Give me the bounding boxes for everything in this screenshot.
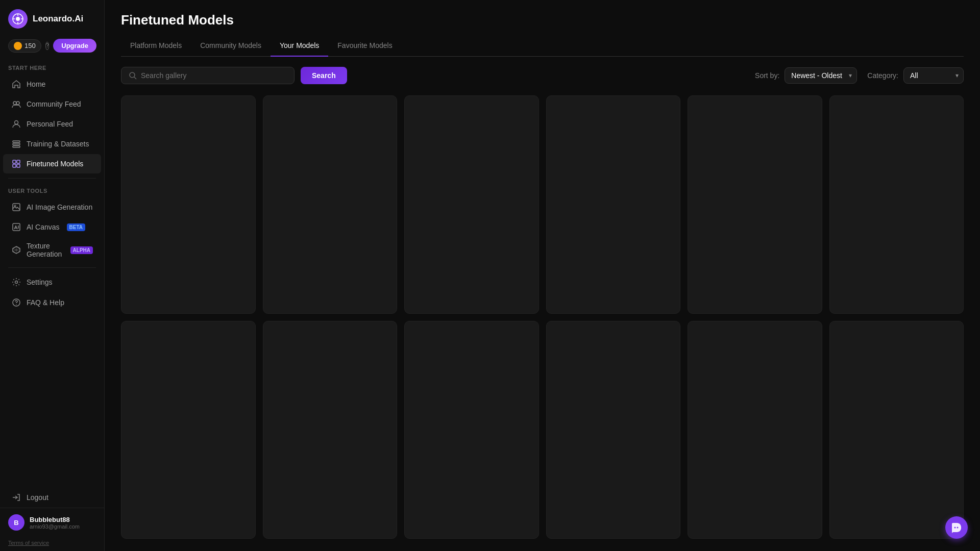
sidebar-item-label: AI Canvas [27, 223, 60, 231]
sidebar-item-label: Logout [27, 493, 48, 502]
search-button[interactable]: Search [301, 67, 347, 84]
tab-your-models[interactable]: Your Models [271, 37, 328, 57]
home-icon [11, 79, 21, 89]
user-area: B Bubblebut88 arnio93@gmail.com [0, 508, 104, 537]
logout-icon [11, 492, 21, 503]
model-card[interactable] [688, 321, 822, 539]
svg-point-1 [16, 17, 20, 21]
alpha-badge: ALPHA [70, 246, 93, 254]
page-title: Finetuned Models [121, 12, 964, 28]
sidebar-item-ai-image-generation[interactable]: AI Image Generation [3, 197, 101, 217]
sidebar-item-home[interactable]: Home [3, 74, 101, 94]
model-card[interactable] [404, 321, 539, 539]
sidebar-item-label: Settings [27, 278, 53, 286]
svg-point-6 [13, 102, 16, 105]
canvas-icon [11, 222, 21, 232]
logo-area[interactable]: Leonardo.Ai [0, 0, 104, 36]
sidebar-item-personal-feed[interactable]: Personal Feed [3, 114, 101, 134]
model-card[interactable] [829, 95, 964, 314]
user-email: arnio93@gmail.com [30, 523, 96, 530]
sidebar-bottom: Logout B Bubblebut88 arnio93@gmail.com T… [0, 487, 104, 551]
sidebar-item-faq[interactable]: FAQ & Help [3, 293, 101, 312]
category-group: Category: All Characters Landscapes Obje… [867, 67, 964, 84]
sort-by-select[interactable]: Newest - Oldest Oldest - Newest Most Pop… [785, 67, 857, 84]
toolbar: Search Sort by: Newest - Oldest Oldest -… [121, 67, 964, 84]
model-card[interactable] [546, 95, 681, 314]
logo-icon [8, 9, 28, 29]
sidebar-item-community-feed[interactable]: Community Feed [3, 94, 101, 114]
texture-icon [11, 245, 21, 255]
model-card[interactable] [404, 95, 539, 314]
model-card[interactable] [688, 95, 822, 314]
dataset-icon [11, 139, 21, 149]
app-name: Leonardo.Ai [33, 14, 83, 24]
sidebar-item-label: FAQ & Help [27, 298, 64, 307]
category-label: Category: [867, 71, 898, 80]
settings-icon [11, 277, 21, 287]
tab-platform-models[interactable]: Platform Models [121, 37, 191, 57]
svg-rect-11 [13, 146, 20, 147]
svg-rect-13 [17, 160, 20, 163]
nav-divider [8, 178, 96, 179]
sidebar-item-label: Home [27, 80, 45, 88]
sidebar-item-settings[interactable]: Settings [3, 272, 101, 292]
user-tools-menu: AI Image Generation AI Canvas BETA [0, 197, 104, 263]
terms-link[interactable]: Terms of service [0, 537, 104, 551]
sort-area: Sort by: Newest - Oldest Oldest - Newest… [755, 67, 964, 84]
svg-rect-12 [13, 160, 16, 163]
svg-rect-15 [17, 164, 20, 167]
search-box [121, 67, 295, 84]
sidebar-item-label: Training & Datasets [27, 140, 89, 148]
search-icon [129, 71, 137, 80]
svg-point-24 [130, 72, 135, 78]
avatar: B [8, 514, 24, 531]
credits-badge: 150 [8, 39, 41, 53]
model-card[interactable] [121, 95, 256, 314]
model-card[interactable] [263, 321, 398, 539]
search-input[interactable] [141, 71, 287, 80]
upgrade-button[interactable]: Upgrade [53, 39, 96, 53]
help-icon [11, 297, 21, 308]
category-select-wrapper: All Characters Landscapes Objects Abstra… [903, 67, 964, 84]
model-card[interactable] [263, 95, 398, 314]
svg-line-25 [134, 77, 136, 79]
sort-by-label: Sort by: [755, 71, 779, 80]
svg-rect-14 [13, 164, 16, 167]
sidebar-item-label: Finetuned Models [27, 160, 83, 168]
credits-coin-icon [14, 42, 22, 50]
credits-info-icon[interactable]: ? [45, 42, 50, 50]
svg-point-8 [15, 121, 18, 124]
sidebar-item-finetuned-models[interactable]: Finetuned Models [3, 154, 101, 173]
sidebar-item-label: AI Image Generation [27, 203, 92, 211]
image-icon [11, 202, 21, 212]
sidebar-item-label: Community Feed [27, 100, 81, 108]
sidebar-item-logout[interactable]: Logout [3, 488, 101, 507]
model-card[interactable] [829, 321, 964, 539]
svg-point-20 [15, 281, 18, 284]
personal-icon [11, 119, 21, 129]
sidebar: Leonardo.Ai 150 ? Upgrade Start Here Hom… [0, 0, 105, 551]
svg-point-26 [954, 527, 956, 529]
svg-point-22 [16, 304, 17, 305]
model-card[interactable] [546, 321, 681, 539]
sidebar-item-training-datasets[interactable]: Training & Datasets [3, 134, 101, 154]
sort-by-group: Sort by: Newest - Oldest Oldest - Newest… [755, 67, 857, 84]
tab-community-models[interactable]: Community Models [191, 37, 271, 57]
credits-value: 150 [24, 42, 36, 49]
tools-divider [8, 267, 96, 268]
section-start-label: Start Here [0, 60, 104, 74]
svg-rect-10 [13, 143, 20, 145]
chat-fab[interactable] [945, 516, 968, 539]
sidebar-item-texture-generation[interactable]: Texture Generation ALPHA [3, 237, 101, 263]
credits-area: 150 ? Upgrade [0, 36, 104, 60]
model-card[interactable] [121, 321, 256, 539]
tab-bar: Platform Models Community Models Your Mo… [121, 37, 964, 57]
tab-favourite-models[interactable]: Favourite Models [328, 37, 401, 57]
sidebar-item-ai-canvas[interactable]: AI Canvas BETA [3, 217, 101, 237]
section-user-tools-label: User Tools [0, 183, 104, 197]
category-select[interactable]: All Characters Landscapes Objects Abstra… [903, 67, 964, 84]
sidebar-item-label: Personal Feed [27, 120, 73, 128]
model-icon [11, 159, 21, 169]
svg-point-27 [957, 527, 959, 529]
beta-badge: BETA [67, 223, 85, 231]
